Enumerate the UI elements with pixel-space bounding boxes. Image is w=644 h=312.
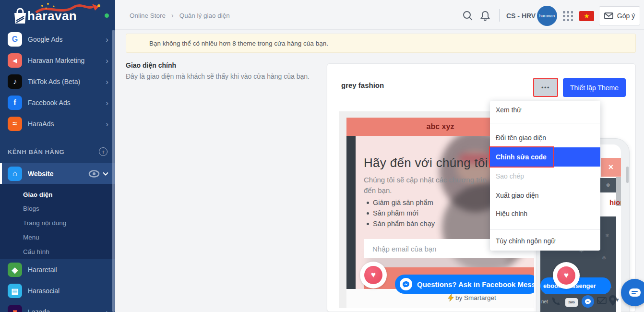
haravan-logo[interactable]: haravan <box>0 0 115 30</box>
breadcrumb-separator-icon: › <box>171 12 174 19</box>
menu-item-xem-thu[interactable]: Xem thử <box>490 106 600 114</box>
sidebar-item-harasocial[interactable]: ▤ Harasocial <box>0 280 115 301</box>
sidebar-scrollbar[interactable] <box>112 30 115 312</box>
sidebar-item-facebook-ads[interactable]: f Facebook Ads › <box>0 92 115 113</box>
lazada-icon: ♥ <box>8 305 22 312</box>
menu-item-sao-chep: Sao chép <box>490 172 600 180</box>
flag-star-icon: ★ <box>584 12 590 20</box>
mobile-messenger-icon[interactable] <box>582 295 594 308</box>
breadcrumb-online-store[interactable]: Online Store <box>130 12 166 19</box>
plus-icon: + <box>101 149 105 155</box>
haravan-admin-screen: haravan G Google Ads › ◀ Haravan Marketi… <box>0 0 644 312</box>
warning-banner: Bạn không thể có nhiều hơn 8 theme trong… <box>126 34 636 53</box>
sales-channels-section: KÊNH BÁN HÀNG + <box>0 142 115 161</box>
feedback-button[interactable]: Góp ý <box>599 6 640 25</box>
bolt-icon <box>448 294 453 301</box>
sidebar-item-google-ads[interactable]: G Google Ads › <box>0 29 115 50</box>
like-widget-button[interactable]: ♥ <box>360 262 387 288</box>
phone-scroll-thumb[interactable] <box>626 167 629 183</box>
zalo-label: zalo <box>568 300 575 304</box>
warning-banner-text: Bạn không thể có nhiều hơn 8 theme trong… <box>149 40 328 47</box>
hararetail-icon: ◈ <box>8 263 22 277</box>
chevron-down-icon[interactable] <box>103 172 108 176</box>
sidebar-item-haraads[interactable]: ≈ HaraAds › <box>0 113 115 134</box>
setup-theme-button[interactable]: Thiết lập Theme <box>563 78 626 97</box>
menu-divider <box>490 123 600 123</box>
apps-grid-icon[interactable] <box>563 11 573 22</box>
website-submenu: Giao diện Blogs Trang nội dung Menu Cấu … <box>0 184 115 259</box>
add-channel-button[interactable]: + <box>99 147 107 156</box>
menu-item-tuy-chinh-ngon-ngu[interactable]: Tùy chỉnh ngôn ngữ <box>490 237 600 245</box>
sidebar-item-label: Harasocial <box>28 287 108 295</box>
zalo-icon[interactable]: zalo <box>565 298 578 307</box>
mobile-text-fragment: net <box>541 299 548 304</box>
chevron-right-icon: › <box>106 57 108 65</box>
site-header-title: abc xyz <box>427 122 454 131</box>
chat-icon <box>629 288 641 297</box>
sidebar-item-label: Facebook Ads <box>28 99 106 107</box>
sidebar-item-label: HaraAds <box>28 120 106 128</box>
menu-item-hieu-chinh[interactable]: Hiệu chỉnh <box>490 210 600 217</box>
messenger-icon <box>400 278 412 290</box>
notification-bell-icon[interactable] <box>480 10 490 21</box>
menu-item-doi-ten-giao-dien[interactable]: Đổi tên giao diện <box>490 134 600 142</box>
sidebar-item-label: Hararetail <box>28 266 108 274</box>
vietnam-flag-icon[interactable]: ★ <box>579 11 594 21</box>
harasocial-icon: ▤ <box>8 284 22 298</box>
smartarget-label: by Smartarget <box>455 294 496 301</box>
snowflake-icon: ❄ <box>602 255 606 261</box>
sidebar-item-hararetail[interactable]: ◈ Hararetail <box>0 259 115 280</box>
preview-bullet-1: Giảm giá sản phẩm <box>373 199 433 206</box>
search-icon[interactable] <box>463 11 473 21</box>
avatar[interactable]: haravan <box>537 6 557 26</box>
sidebar-item-label: Lazada <box>28 308 106 312</box>
popup-close-button[interactable]: × <box>601 158 621 177</box>
sidebar-item-website[interactable]: ⌂ Website <box>0 163 115 184</box>
chevron-right-icon: › <box>106 99 108 107</box>
submenu-item-trang-noi-dung[interactable]: Trang nội dung <box>0 216 115 230</box>
google-ads-icon: G <box>8 32 22 47</box>
mobile-image-thumb: ❄ <box>600 178 616 192</box>
preview-paragraph-line1: Chúng tôi sẽ cập nhật các chương trìn <box>364 176 487 184</box>
facebook-icon: f <box>8 96 22 110</box>
theme-name: grey fashion <box>341 81 384 89</box>
sidebar-item-lazada[interactable]: ♥ Lazada › <box>0 301 115 312</box>
facebook-messenger-button[interactable]: Questions? Ask in Facebook Mess <box>395 275 534 294</box>
account-name[interactable]: CS - HRV <box>506 12 536 20</box>
breadcrumb-current-page: Quản lý giao diện <box>179 12 230 19</box>
annotation-highlight-box <box>489 146 554 168</box>
sidebar-item-tiktok-ads[interactable]: ♪ TikTok Ads (Beta) › <box>0 71 115 92</box>
topbar-divider <box>499 9 500 22</box>
submenu-item-cau-hinh[interactable]: Cấu hình <box>0 245 115 259</box>
submenu-item-blogs[interactable]: Blogs <box>0 202 115 216</box>
page-description: Đây là giao diện mà khách sẽ thấy khi và… <box>126 72 327 80</box>
submenu-item-menu[interactable]: Menu <box>0 230 115 244</box>
menu-item-xuat-giao-dien[interactable]: Xuất giao diện <box>490 192 600 199</box>
theme-actions-menu: Xem thử Đổi tên giao diện Chỉnh sửa code… <box>490 101 600 251</box>
preview-bullet-2: Sản phẩm mới <box>373 209 418 217</box>
ellipsis-icon: ••• <box>541 84 550 91</box>
mobile-title-fragment: hion <box>609 198 621 206</box>
submenu-item-giao-dien[interactable]: Giao diện <box>0 188 115 202</box>
snowflake-icon: ❄ <box>606 182 610 189</box>
feedback-label: Góp ý <box>617 12 635 20</box>
breadcrumb: Online Store › Quản lý giao diện <box>130 12 230 19</box>
mail-icon[interactable] <box>597 297 607 304</box>
sidebar-item-label: Google Ads <box>28 36 106 43</box>
tiktok-icon: ♪ <box>8 74 22 89</box>
preview-dark-strip <box>346 136 356 289</box>
sidebar-item-label: Website <box>28 170 88 178</box>
menu-divider <box>490 229 600 230</box>
more-actions-button[interactable]: ••• <box>533 78 558 97</box>
scroll-down-caret-icon[interactable]: ▾ <box>616 296 619 303</box>
dragon-decoration-icon <box>34 2 106 18</box>
heart-icon: ♥ <box>364 266 382 284</box>
phone-call-icon[interactable] <box>551 296 561 307</box>
smartarget-credit[interactable]: by Smartarget <box>448 294 496 301</box>
page-title: Giao diện chính <box>126 61 176 69</box>
sidebar-item-haravan-marketing[interactable]: ◀ Haravan Marketing › <box>0 50 115 71</box>
mobile-like-widget-button[interactable]: ♥ <box>553 262 580 289</box>
support-chat-button[interactable] <box>621 279 644 306</box>
messenger-button-label: Questions? Ask in Facebook Mess <box>417 280 534 288</box>
eye-icon[interactable] <box>88 170 100 178</box>
